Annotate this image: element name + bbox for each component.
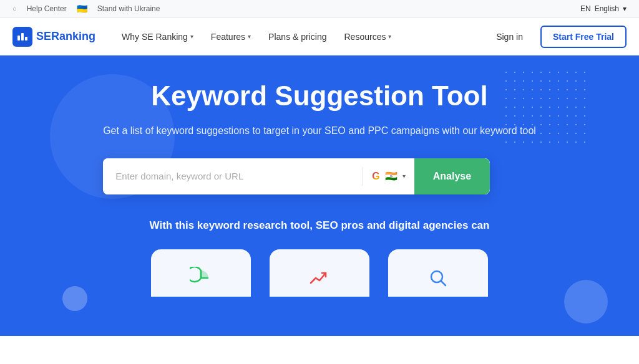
- hero-subtitle: Get a list of keyword suggestions to tar…: [103, 123, 536, 138]
- bottom-tagline: With this keyword research tool, SEO pro…: [150, 219, 490, 232]
- hero-content: Keyword Suggestion Tool Get a list of ke…: [103, 80, 536, 219]
- search-input[interactable]: [103, 158, 363, 194]
- bar2: [21, 33, 24, 41]
- bottom-section: With this keyword research tool, SEO pro…: [125, 219, 515, 309]
- svg-line-3: [441, 280, 446, 285]
- utility-bar-left: ○ Help Center 🇺🇦 Stand with Ukraine: [12, 4, 160, 14]
- navbar: SERanking Why SE Ranking ▾ Features ▾ Pl…: [0, 18, 639, 55]
- logo-se: SE: [36, 30, 51, 42]
- hero-section: Keyword Suggestion Tool Get a list of ke…: [0, 55, 639, 336]
- nav-right: Sign in Start Free Trial: [489, 26, 627, 48]
- trending-up-icon: [306, 264, 333, 292]
- chevron-down-icon: ▾: [388, 33, 391, 40]
- logo-text: SERanking: [36, 30, 95, 43]
- nav-why-se-ranking-label: Why SE Ranking: [122, 32, 188, 42]
- sign-in-button[interactable]: Sign in: [489, 27, 530, 47]
- nav-features[interactable]: Features ▾: [203, 27, 258, 47]
- analyse-button[interactable]: Analyse: [414, 158, 490, 194]
- nav-links: Why SE Ranking ▾ Features ▾ Plans & pric…: [114, 27, 489, 47]
- language-label: English: [595, 4, 619, 13]
- deco-circle-bottom-left: [62, 286, 87, 311]
- feature-card-3: [388, 249, 488, 297]
- ukraine-flag-icon: 🇺🇦: [77, 4, 87, 14]
- india-flag-icon: 🇮🇳: [385, 170, 398, 182]
- search-magnify-icon: [424, 264, 452, 292]
- help-center-link[interactable]: Help Center: [27, 4, 67, 13]
- chevron-down-icon: ▾: [190, 33, 193, 40]
- nav-resources[interactable]: Resources ▾: [337, 27, 399, 47]
- logo-icon: [12, 27, 32, 47]
- feature-cards: [150, 249, 490, 297]
- bar1: [17, 36, 20, 41]
- nav-plans-pricing-label: Plans & pricing: [268, 32, 326, 42]
- start-free-trial-button[interactable]: Start Free Trial: [540, 26, 627, 48]
- google-icon: G: [372, 171, 379, 182]
- nav-features-label: Features: [211, 32, 245, 42]
- chevron-down-icon: ▾: [248, 33, 251, 40]
- language-code: EN: [580, 4, 591, 13]
- nav-plans-pricing[interactable]: Plans & pricing: [261, 27, 334, 47]
- bar3: [25, 37, 27, 41]
- search-bar: G 🇮🇳 ▾ Analyse: [103, 158, 490, 194]
- chevron-down-icon: ▾: [623, 4, 627, 13]
- logo-ranking: Ranking: [51, 30, 95, 42]
- hero-title: Keyword Suggestion Tool: [103, 80, 536, 112]
- deco-circle-bottom-right: [564, 280, 608, 323]
- pie-chart-icon: [187, 264, 215, 292]
- stand-with-ukraine-link[interactable]: Stand with Ukraine: [97, 4, 160, 13]
- logo[interactable]: SERanking: [12, 27, 95, 47]
- language-selector[interactable]: EN English ▾: [580, 4, 627, 13]
- utility-bar: ○ Help Center 🇺🇦 Stand with Ukraine EN E…: [0, 0, 639, 18]
- search-engine-selector[interactable]: G 🇮🇳 ▾: [363, 158, 414, 194]
- feature-card-1: [151, 249, 251, 297]
- chevron-down-icon: ▾: [402, 173, 406, 180]
- nav-resources-label: Resources: [344, 32, 386, 42]
- nav-why-se-ranking[interactable]: Why SE Ranking ▾: [114, 27, 201, 47]
- logo-bars: [14, 30, 31, 44]
- feature-card-2: [270, 249, 369, 297]
- help-center-icon: ○: [12, 5, 17, 12]
